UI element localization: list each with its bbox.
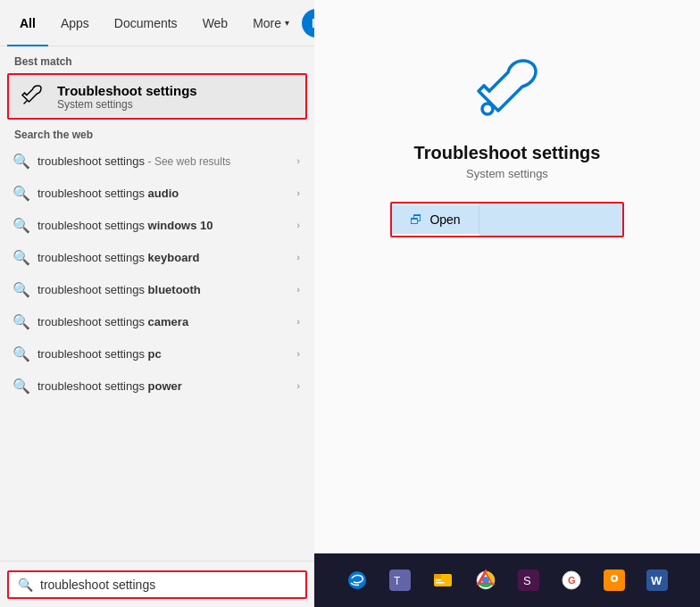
best-match-label: Best match bbox=[0, 46, 314, 73]
wrench-icon bbox=[18, 82, 46, 111]
tab-apps[interactable]: Apps bbox=[48, 0, 102, 46]
svg-rect-8 bbox=[436, 582, 445, 584]
result-text-5: troubleshoot settings bluetooth bbox=[38, 283, 288, 296]
svg-point-1 bbox=[482, 104, 493, 114]
svg-text:W: W bbox=[651, 574, 662, 587]
right-panel: Troubleshoot settings System settings 🗗 … bbox=[314, 0, 700, 553]
tab-more[interactable]: More ▾ bbox=[240, 0, 302, 46]
taskbar-edge[interactable] bbox=[338, 561, 377, 600]
tab-web[interactable]: Web bbox=[190, 0, 241, 46]
chevron-right-icon: › bbox=[296, 284, 300, 295]
chevron-right-icon: › bbox=[296, 348, 300, 359]
chevron-down-icon: ▾ bbox=[285, 18, 289, 28]
chevron-right-icon: › bbox=[296, 316, 300, 327]
left-panel: All Apps Documents Web More ▾ N 💬 ··· bbox=[0, 0, 314, 607]
best-match-text: Troubleshoot settings System settings bbox=[57, 83, 197, 111]
svg-text:S: S bbox=[523, 574, 531, 587]
result-text-3: troubleshoot settings windows 10 bbox=[38, 219, 288, 232]
svg-point-17 bbox=[612, 577, 616, 580]
result-text-8: troubleshoot settings power bbox=[38, 379, 288, 393]
result-text-2: troubleshoot settings audio bbox=[38, 187, 288, 200]
open-button-container: 🗗 Open bbox=[390, 202, 623, 237]
right-panel-title: Troubleshoot settings bbox=[414, 143, 601, 163]
window-icon: 🗗 bbox=[410, 212, 422, 227]
result-text-7: troubleshoot settings pc bbox=[38, 347, 288, 361]
taskbar-google[interactable]: G bbox=[552, 561, 591, 600]
search-icon: 🔍 bbox=[14, 346, 29, 361]
list-item[interactable]: 🔍 troubleshoot settings camera › bbox=[0, 305, 314, 337]
svg-line-0 bbox=[25, 93, 28, 96]
tabs-bar: All Apps Documents Web More ▾ N 💬 ··· bbox=[0, 0, 314, 46]
tab-documents[interactable]: Documents bbox=[102, 0, 190, 46]
svg-text:G: G bbox=[568, 575, 576, 586]
result-text-6: troubleshoot settings camera bbox=[38, 315, 288, 328]
chevron-right-icon: › bbox=[296, 380, 300, 391]
result-text-4: troubleshoot settings keyboard bbox=[38, 251, 288, 264]
search-box-container: 🔍 bbox=[0, 561, 314, 607]
right-panel-subtitle: System settings bbox=[466, 167, 548, 180]
search-icon: 🔍 bbox=[14, 378, 29, 393]
list-item[interactable]: 🔍 troubleshoot settings - See web result… bbox=[0, 145, 314, 177]
taskbar: T S G bbox=[314, 553, 700, 607]
search-web-label: Search the web bbox=[0, 120, 314, 145]
taskbar-chrome[interactable] bbox=[466, 561, 505, 600]
search-icon: 🔍 bbox=[14, 282, 29, 296]
taskbar-teams[interactable]: T bbox=[380, 561, 420, 600]
svg-rect-6 bbox=[434, 574, 441, 578]
open-button-extra bbox=[479, 204, 622, 236]
svg-rect-7 bbox=[436, 579, 441, 581]
search-icon: 🔍 bbox=[18, 578, 33, 592]
svg-point-2 bbox=[348, 571, 366, 589]
list-item[interactable]: 🔍 troubleshoot settings pc › bbox=[0, 337, 314, 370]
svg-text:T: T bbox=[394, 575, 401, 587]
search-icon: 🔍 bbox=[14, 186, 29, 200]
chevron-right-icon: › bbox=[296, 155, 300, 166]
tab-all[interactable]: All bbox=[7, 0, 48, 46]
chevron-right-icon: › bbox=[296, 220, 300, 230]
result-text-1: troubleshoot settings - See web results bbox=[38, 154, 288, 168]
search-icon: 🔍 bbox=[14, 314, 29, 328]
search-icon: 🔍 bbox=[14, 250, 29, 264]
taskbar-slack[interactable]: S bbox=[509, 561, 548, 600]
large-wrench-icon bbox=[471, 54, 543, 129]
list-item[interactable]: 🔍 troubleshoot settings power › bbox=[0, 370, 314, 402]
list-item[interactable]: 🔍 troubleshoot settings windows 10 › bbox=[0, 209, 314, 241]
list-item[interactable]: 🔍 troubleshoot settings audio › bbox=[0, 177, 314, 209]
chevron-right-icon: › bbox=[296, 252, 300, 262]
search-icon: 🔍 bbox=[14, 218, 29, 232]
search-icon: 🔍 bbox=[14, 154, 29, 168]
taskbar-paint[interactable] bbox=[595, 561, 634, 600]
search-box[interactable]: 🔍 bbox=[7, 570, 307, 599]
taskbar-word[interactable]: W bbox=[638, 561, 677, 600]
list-item[interactable]: 🔍 troubleshoot settings bluetooth › bbox=[0, 273, 314, 305]
taskbar-explorer[interactable] bbox=[423, 561, 462, 600]
best-match-item[interactable]: Troubleshoot settings System settings bbox=[7, 73, 307, 120]
list-item[interactable]: 🔍 troubleshoot settings keyboard › bbox=[0, 241, 314, 273]
search-input[interactable] bbox=[40, 578, 296, 592]
open-button[interactable]: 🗗 Open bbox=[392, 205, 479, 234]
chevron-right-icon: › bbox=[296, 187, 300, 198]
